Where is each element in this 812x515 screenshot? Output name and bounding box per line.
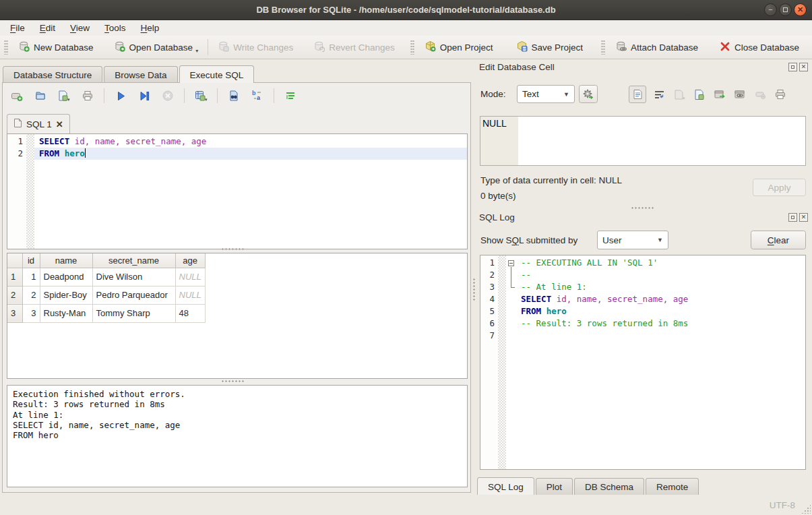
cell-id[interactable]: 1 — [22, 268, 40, 286]
open-database-icon — [114, 40, 125, 54]
splitter-handle[interactable] — [221, 380, 245, 384]
save-project-button[interactable]: Save Project — [510, 38, 590, 57]
open-sql-file-button[interactable] — [33, 88, 48, 103]
sql-toolbar-separator — [274, 88, 274, 103]
toolbar-grip[interactable] — [4, 40, 8, 55]
open-in-external-icon[interactable] — [712, 87, 727, 102]
cell-id[interactable]: 3 — [22, 304, 40, 322]
sql-line-2: FROM hero — [34, 148, 467, 160]
sql-editor[interactable]: 1 2 SELECT id, name, secret_name, age FR… — [7, 133, 468, 249]
new-database-button[interactable]: New Database — [12, 38, 100, 57]
copy-link-icon[interactable] — [732, 87, 747, 102]
log-code: -- EXECUTING ALL IN 'SQL 1' -- -- At lin… — [516, 257, 805, 342]
tab-execute-sql[interactable]: Execute SQL — [179, 65, 255, 83]
sql-document-tab[interactable]: SQL 1 ✕ — [7, 114, 70, 133]
execute-line-button[interactable] — [137, 88, 152, 103]
fold-marker-icon[interactable] — [508, 260, 514, 266]
find-button[interactable] — [226, 88, 241, 103]
resize-grip[interactable] — [801, 504, 811, 514]
toolbar-grip[interactable] — [410, 40, 414, 55]
execute-all-button[interactable] — [113, 88, 128, 103]
sql-tab-close-icon[interactable]: ✕ — [56, 119, 63, 129]
tab-remote[interactable]: Remote — [646, 478, 699, 495]
execute-sql-page: ▾ ▾ ba SQL 1 ✕ 1 2 SELECT id, name, secr… — [2, 82, 471, 493]
results-grid: id name secret_name age 1 1 Deadpond Div… — [7, 253, 468, 379]
cell-age[interactable]: NULL — [175, 268, 205, 286]
col-header-age[interactable]: age — [175, 253, 205, 268]
cell-secret-name[interactable]: Dive Wilson — [92, 268, 175, 286]
splitter-handle[interactable] — [631, 206, 655, 210]
export-results-button[interactable]: ▾ — [193, 88, 208, 103]
cell-name[interactable]: Deadpond — [40, 268, 92, 286]
cell-secret-name[interactable]: Pedro Parqueador — [92, 286, 175, 304]
menu-file[interactable]: File — [3, 21, 32, 35]
word-wrap-icon[interactable] — [652, 87, 666, 102]
dock-close-icon[interactable]: ✕ — [799, 213, 808, 222]
menu-tools[interactable]: Tools — [97, 21, 133, 35]
save-sql-file-button[interactable]: ▾ — [57, 88, 71, 103]
new-sql-tab-button[interactable] — [9, 88, 24, 103]
open-project-button[interactable]: Open Project — [418, 38, 499, 57]
cell-age[interactable]: 48 — [175, 304, 205, 322]
cell-mode-select[interactable]: Text▼ — [517, 85, 575, 103]
sql-log-title: SQL Log — [479, 212, 515, 222]
fold-line — [511, 267, 511, 287]
close-database-button[interactable]: Close Database — [714, 38, 805, 57]
export-cell-data-icon[interactable] — [692, 87, 707, 102]
col-header-id[interactable]: id — [22, 253, 40, 268]
menu-edit[interactable]: Edit — [32, 21, 63, 35]
vertical-splitter-handle[interactable] — [472, 278, 476, 302]
cell-size-info: 0 byte(s) — [480, 191, 516, 201]
svg-text:a: a — [257, 94, 261, 101]
minimize-icon[interactable]: − — [764, 3, 777, 16]
attach-database-icon — [615, 40, 627, 54]
sql-log-view[interactable]: 1 2 3 4 5 6 7 -- EXECUTING ALL IN 'SQL 1… — [480, 255, 806, 470]
menu-help[interactable]: Help — [133, 21, 167, 35]
toolbar-grip[interactable] — [601, 40, 605, 55]
col-header-name[interactable]: name — [40, 253, 92, 268]
tab-db-schema[interactable]: DB Schema — [574, 478, 644, 495]
cell-value-editor[interactable]: NULL — [480, 116, 806, 166]
open-database-button[interactable]: Open Database ▾ — [108, 38, 205, 57]
log-filter-label: Show SQL submitted by — [480, 235, 577, 245]
statusbar: UTF-8 — [0, 495, 812, 515]
col-header-secret-name[interactable]: secret_name — [92, 253, 175, 268]
replace-button[interactable]: ba — [250, 88, 265, 103]
format-sql-button[interactable] — [283, 88, 298, 103]
maximize-icon[interactable] — [779, 3, 792, 16]
cell-editor-toolbar: ▾ — [629, 86, 788, 103]
open-database-dropdown-icon[interactable]: ▾ — [195, 48, 198, 54]
dock-float-icon[interactable] — [788, 213, 797, 222]
cell-secret-name[interactable]: Tommy Sharp — [92, 304, 175, 322]
menu-view[interactable]: View — [63, 21, 97, 35]
encoding-indicator: UTF-8 — [770, 500, 795, 510]
dock-close-icon[interactable]: ✕ — [799, 63, 808, 71]
cell-name[interactable]: Rusty-Man — [40, 304, 92, 322]
cell-name[interactable]: Spider-Boy — [40, 286, 92, 304]
cell-id[interactable]: 2 — [22, 286, 40, 304]
tab-sql-log[interactable]: SQL Log — [477, 477, 534, 495]
tab-database-structure[interactable]: Database Structure — [3, 66, 102, 83]
dock-float-icon[interactable] — [788, 63, 797, 71]
save-project-icon — [516, 40, 528, 54]
import-cell-data-icon: ▾ — [672, 87, 687, 102]
print-cell-icon[interactable] — [773, 87, 788, 102]
tab-plot[interactable]: Plot — [536, 478, 573, 495]
splitter-handle[interactable] — [221, 247, 245, 251]
cell-age[interactable]: NULL — [175, 286, 205, 304]
text-mode-icon[interactable] — [629, 86, 646, 103]
svg-text:▾: ▾ — [205, 97, 208, 102]
close-icon[interactable]: ✕ — [794, 3, 807, 16]
log-filter-select[interactable]: User▼ — [597, 231, 668, 249]
sql-document-icon — [13, 118, 22, 130]
print-sql-button[interactable] — [80, 88, 95, 103]
apply-button: Apply — [753, 179, 806, 196]
close-database-icon — [720, 41, 730, 54]
clear-log-button[interactable]: Clear — [751, 231, 806, 249]
chevron-down-icon: ▼ — [657, 237, 663, 243]
tab-browse-data[interactable]: Browse Data — [104, 66, 177, 83]
attach-database-button[interactable]: Attach Database — [609, 38, 704, 57]
auto-apply-button[interactable] — [579, 85, 598, 103]
corner-header[interactable] — [7, 253, 22, 268]
menubar: File Edit View Tools Help — [0, 20, 812, 36]
